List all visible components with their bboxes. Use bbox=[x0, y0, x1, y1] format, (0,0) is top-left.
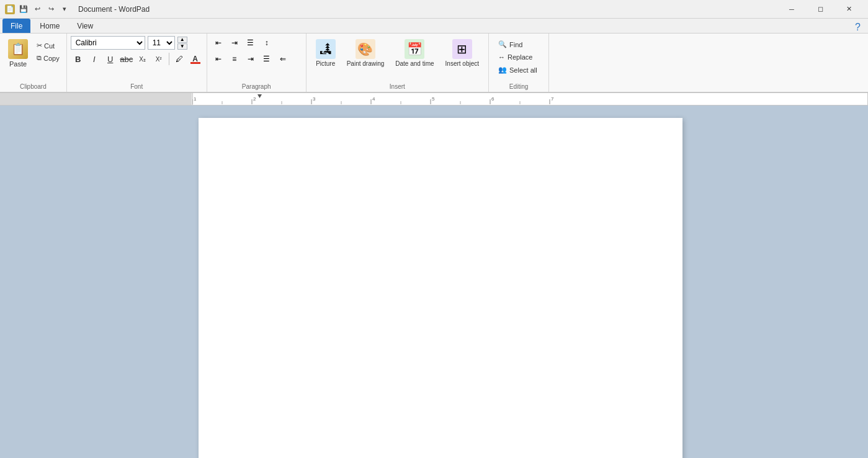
doc-wrapper bbox=[192, 106, 689, 458]
font-size-select[interactable]: 8910 111214 bbox=[148, 36, 175, 50]
undo-quickaccess-button[interactable]: ↩ bbox=[31, 3, 43, 16]
highlight-button[interactable]: 🖊 bbox=[172, 52, 187, 66]
maximize-button[interactable]: ◻ bbox=[806, 0, 834, 19]
tab-home[interactable]: Home bbox=[32, 19, 68, 33]
decrease-indent-button[interactable]: ⇤ bbox=[211, 36, 226, 50]
minimize-button[interactable]: ─ bbox=[777, 0, 806, 19]
title-bar-left: 📄 💾 ↩ ↪ ▾ Document - WordPad bbox=[5, 3, 150, 16]
picture-button[interactable]: 🏞 Picture bbox=[311, 36, 340, 71]
italic-button[interactable]: I bbox=[87, 52, 102, 66]
save-quickaccess-button[interactable]: 💾 bbox=[17, 3, 30, 16]
left-margin bbox=[0, 106, 192, 458]
insert-object-button[interactable]: ⊞ Insert object bbox=[441, 36, 483, 71]
subscript-button[interactable]: X₂ bbox=[135, 52, 150, 66]
paste-button[interactable]: 📋 Paste bbox=[4, 36, 32, 71]
replace-icon: ↔ bbox=[498, 53, 505, 61]
highlight-icon: 🖊 bbox=[176, 55, 183, 63]
replace-label: Replace bbox=[508, 53, 532, 61]
svg-text:6: 6 bbox=[491, 96, 494, 102]
title-bar-controls: ─ ◻ ✕ bbox=[777, 0, 863, 19]
font-size-increase-button[interactable]: ▲ bbox=[177, 37, 187, 43]
paint-drawing-icon: 🎨 bbox=[356, 39, 375, 59]
paint-drawing-label: Paint drawing bbox=[347, 60, 385, 68]
align-center-button[interactable]: ≡ bbox=[227, 52, 242, 66]
redo-quickaccess-button[interactable]: ↪ bbox=[45, 3, 57, 16]
svg-text:3: 3 bbox=[313, 96, 316, 102]
select-all-button[interactable]: 👥 Select all bbox=[494, 64, 544, 76]
underline-button[interactable]: U bbox=[103, 52, 118, 66]
right-margin bbox=[689, 106, 868, 458]
font-format-row: B I U abc X₂ X² 🖊 A bbox=[71, 52, 203, 66]
svg-text:7: 7 bbox=[551, 96, 554, 102]
justify-icon: ☰ bbox=[263, 55, 270, 63]
date-and-time-icon: 📅 bbox=[405, 39, 424, 59]
increase-indent-icon: ⇥ bbox=[231, 38, 238, 47]
tab-view[interactable]: View bbox=[69, 19, 101, 33]
paint-drawing-button[interactable]: 🎨 Paint drawing bbox=[342, 36, 389, 71]
date-and-time-button[interactable]: 📅 Date and time bbox=[391, 36, 438, 71]
picture-icon: 🏞 bbox=[316, 39, 336, 59]
superscript-button[interactable]: X² bbox=[151, 52, 166, 66]
ruler-gray-left bbox=[0, 93, 192, 105]
insert-group-label: Insert bbox=[390, 83, 405, 92]
para-row1: ⇤ ⇥ ☰ ↕ bbox=[211, 36, 302, 50]
ruler-ticks-svg: 1 2 3 4 5 6 7 bbox=[192, 93, 676, 106]
clipboard-group: 📋 Paste ✂ Cut ⧉ Copy Clipboard bbox=[0, 34, 67, 92]
decrease-indent-icon: ⇤ bbox=[215, 38, 221, 47]
font-size-inc-dec: ▲ ▼ bbox=[177, 37, 187, 50]
tab-file[interactable]: File bbox=[2, 19, 30, 33]
justify-button[interactable]: ☰ bbox=[259, 52, 274, 66]
picture-label: Picture bbox=[316, 60, 335, 68]
align-right-button[interactable]: ⇥ bbox=[243, 52, 258, 66]
editing-buttons: 🔍 Find ↔ Replace 👥 Select all bbox=[494, 36, 544, 76]
insert-label-row: Insert bbox=[311, 83, 483, 92]
font-label-row: Font bbox=[71, 83, 203, 92]
font-color-button[interactable]: A bbox=[188, 52, 203, 66]
increase-indent-button[interactable]: ⇥ bbox=[227, 36, 242, 50]
clipboard-label-row: Clipboard bbox=[4, 83, 63, 92]
paragraph-group-content: ⇤ ⇥ ☰ ↕ ⇤ ≡ ⇥ bbox=[211, 36, 302, 68]
find-label: Find bbox=[509, 41, 522, 48]
paragraph-group-label: Paragraph bbox=[242, 83, 271, 92]
cut-button[interactable]: ✂ Cut bbox=[34, 40, 63, 52]
select-all-label: Select all bbox=[509, 66, 537, 74]
help-button[interactable]: ? bbox=[850, 22, 866, 33]
font-size-decrease-button[interactable]: ▼ bbox=[177, 43, 187, 50]
font-group: Calibri Arial Times New Roman 8910 11121… bbox=[67, 34, 207, 92]
align-right-icon: ⇥ bbox=[248, 55, 254, 63]
close-button[interactable]: ✕ bbox=[834, 0, 863, 19]
rtl-button[interactable]: ⇐ bbox=[275, 52, 290, 66]
clipboard-small-buttons: ✂ Cut ⧉ Copy bbox=[34, 36, 63, 64]
line-spacing-button[interactable]: ↕ bbox=[259, 36, 274, 50]
cut-icon: ✂ bbox=[37, 42, 42, 50]
font-color-indicator bbox=[190, 62, 200, 64]
strikethrough-button[interactable]: abc bbox=[119, 52, 134, 66]
font-row1: Calibri Arial Times New Roman 8910 11121… bbox=[71, 36, 203, 50]
find-button[interactable]: 🔍 Find bbox=[494, 38, 544, 50]
replace-button[interactable]: ↔ Replace bbox=[494, 52, 544, 63]
bullets-icon: ☰ bbox=[247, 38, 254, 47]
date-and-time-label: Date and time bbox=[395, 60, 434, 68]
find-icon: 🔍 bbox=[498, 40, 507, 48]
copy-button[interactable]: ⧉ Copy bbox=[34, 52, 63, 64]
line-spacing-icon: ↕ bbox=[265, 38, 269, 47]
rtl-icon: ⇐ bbox=[280, 55, 286, 63]
bullets-button[interactable]: ☰ bbox=[243, 36, 258, 50]
editing-group: 🔍 Find ↔ Replace 👥 Select all Editing bbox=[489, 34, 549, 92]
quick-access-toolbar: 💾 ↩ ↪ ▾ bbox=[17, 3, 71, 16]
paragraph-label-row: Paragraph bbox=[211, 83, 302, 92]
align-left-icon: ⇤ bbox=[215, 55, 221, 63]
font-family-select[interactable]: Calibri Arial Times New Roman bbox=[71, 36, 145, 50]
paragraph-group: ⇤ ⇥ ☰ ↕ ⇤ ≡ ⇥ bbox=[207, 34, 306, 92]
copy-label: Copy bbox=[43, 55, 60, 62]
customize-quickaccess-button[interactable]: ▾ bbox=[58, 3, 71, 16]
separator bbox=[169, 53, 169, 65]
select-all-icon: 👥 bbox=[498, 66, 507, 74]
align-left-button[interactable]: ⇤ bbox=[211, 52, 226, 66]
font-group-label: Font bbox=[130, 83, 143, 92]
document-page[interactable] bbox=[199, 118, 682, 458]
svg-text:1: 1 bbox=[194, 96, 197, 102]
bold-button[interactable]: B bbox=[71, 52, 86, 66]
para-row2: ⇤ ≡ ⇥ ☰ ⇐ bbox=[211, 52, 302, 66]
copy-icon: ⧉ bbox=[37, 54, 42, 62]
